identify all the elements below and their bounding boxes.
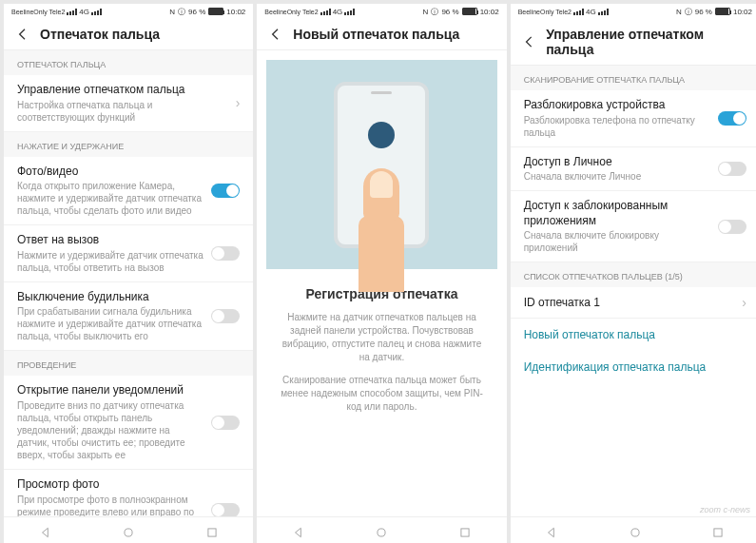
back-icon[interactable] (268, 27, 283, 42)
signal-icon (344, 8, 355, 15)
signal-icon (598, 8, 609, 15)
row-answer-call[interactable]: Ответ на вызовНажмите и удерживайте датч… (4, 225, 253, 282)
clock: 10:02 (733, 8, 752, 16)
row-subtitle: При просмотре фото в полноэкранном режим… (17, 494, 204, 516)
row-title: Разблокировка устройства (524, 98, 710, 113)
back-icon[interactable] (15, 27, 30, 42)
svg-point-2 (378, 528, 385, 535)
page-title: Управление отпечатком пальца (546, 27, 748, 57)
battery-pct: 96 % (188, 8, 205, 16)
toggle-photo-video[interactable] (211, 184, 240, 198)
row-title: Фото/видео (17, 165, 204, 180)
row-alarm-off[interactable]: Выключение будильникаПри срабатывании си… (4, 282, 253, 352)
signal-icon (573, 8, 584, 15)
row-app-lock-access[interactable]: Доступ к заблокированным приложениямСнач… (511, 191, 756, 262)
nav-bar (257, 516, 506, 543)
row-subtitle: При срабатывании сигнала будильника нажм… (17, 305, 204, 342)
nav-back-icon[interactable] (292, 526, 305, 539)
row-title: ID отпечатка 1 (524, 296, 735, 311)
status-bar: BeelineOnly Tele24G Nⓘ96 %10:02 (4, 4, 253, 19)
section-header: ПРОВЕДЕНИЕ (4, 351, 253, 376)
svg-rect-3 (461, 528, 469, 535)
row-title: Доступ к заблокированным приложениям (524, 199, 710, 228)
link-identify-fingerprint[interactable]: Идентификация отпечатка пальца (511, 351, 756, 383)
content: Регистрация отпечатка Нажмите на датчик … (257, 50, 506, 516)
row-safe-access[interactable]: Доступ в ЛичноеСначала включите Личное (511, 147, 756, 192)
header: Новый отпечаток пальца (257, 19, 506, 50)
toggle-answer-call[interactable] (211, 246, 240, 261)
page-title: Новый отпечаток пальца (293, 27, 459, 42)
back-icon[interactable] (522, 34, 536, 49)
row-title: Доступ в Личное (524, 155, 710, 170)
svg-point-0 (125, 528, 132, 535)
toggle-browse-photos[interactable] (211, 503, 240, 516)
battery-icon (462, 8, 477, 15)
nav-home-icon[interactable] (122, 526, 135, 539)
section-header: ОТПЕЧАТОК ПАЛЬЦА (4, 50, 253, 75)
battery-pct: 96 % (695, 8, 712, 16)
row-manage-fingerprint[interactable]: Управление отпечатком пальцаНастройка от… (4, 75, 253, 132)
toggle-alarm-off[interactable] (211, 309, 240, 323)
svg-rect-1 (208, 528, 216, 535)
header: Управление отпечатком пальца (511, 19, 756, 66)
nav-back-icon[interactable] (545, 526, 558, 539)
signal-icon (67, 8, 77, 15)
row-unlock-device[interactable]: Разблокировка устройстваРазблокировка те… (511, 90, 756, 147)
carrier-label: BeelineOnly Tele2 (11, 9, 65, 15)
nfc-icon: N (423, 8, 429, 16)
carrier-label: BeelineOnly Tele2 (264, 9, 318, 15)
battery-icon (715, 8, 730, 15)
toggle-unlock-device[interactable] (718, 111, 746, 126)
row-browse-photos[interactable]: Просмотр фотоПри просмотре фото в полноэ… (4, 470, 253, 516)
signal-icon (320, 8, 331, 15)
toggle-safe-access[interactable] (718, 162, 746, 176)
row-subtitle: Сначала включите блокировку приложений (524, 229, 710, 254)
nfc-icon: N (676, 8, 682, 16)
status-bar: BeelineOnly Tele24G Nⓘ96 %10:02 (511, 4, 756, 19)
row-subtitle: Когда открыто приложение Камера, нажмите… (17, 180, 204, 217)
registration-text-2: Сканирование отпечатка пальца может быть… (257, 374, 506, 423)
row-title: Выключение будильника (17, 290, 204, 305)
svg-rect-5 (714, 528, 722, 535)
row-subtitle: Разблокировка телефона по отпечатку паль… (524, 114, 710, 139)
sensor-icon (368, 122, 395, 148)
section-header: СПИСОК ОТПЕЧАТКОВ ПАЛЬЦЕВ (1/5) (511, 262, 756, 287)
nav-home-icon[interactable] (629, 526, 642, 539)
screen-fingerprint-settings: BeelineOnly Tele24G Nⓘ96 %10:02 Отпечато… (4, 4, 253, 543)
nfc-icon: N (169, 8, 175, 16)
content: ОТПЕЧАТОК ПАЛЬЦА Управление отпечатком п… (4, 50, 253, 516)
battery-icon (208, 8, 223, 15)
content: СКАНИРОВАНИЕ ОТПЕЧАТКА ПАЛЬЦА Разблокиро… (511, 66, 756, 516)
row-title: Открытие панели уведомлений (17, 383, 204, 398)
row-title: Просмотр фото (17, 477, 204, 493)
row-notification-panel[interactable]: Открытие панели уведомленийПроведите вни… (4, 376, 253, 470)
nav-recent-icon[interactable] (458, 526, 472, 539)
screen-fingerprint-manage: BeelineOnly Tele24G Nⓘ96 %10:02 Управлен… (511, 4, 756, 543)
row-subtitle: Сначала включите Личное (524, 170, 710, 183)
carrier-label: BeelineOnly Tele2 (518, 9, 572, 15)
screen-new-fingerprint: BeelineOnly Tele24G Nⓘ96 %10:02 Новый от… (257, 4, 506, 543)
clock: 10:02 (226, 8, 245, 16)
nav-recent-icon[interactable] (205, 526, 219, 539)
row-title: Управление отпечатком пальца (17, 83, 228, 98)
row-photo-video[interactable]: Фото/видеоКогда открыто приложение Камер… (4, 157, 253, 226)
toggle-notification-panel[interactable] (211, 416, 240, 430)
row-fingerprint-id-1[interactable]: ID отпечатка 1 › (511, 287, 756, 319)
chevron-right-icon: › (236, 95, 241, 110)
link-new-fingerprint[interactable]: Новый отпечаток пальца (511, 319, 756, 351)
row-subtitle: Проведите вниз по датчику отпечатка паль… (17, 399, 204, 461)
row-subtitle: Нажмите и удерживайте датчик отпечатка п… (17, 249, 204, 274)
fingerprint-illustration (266, 60, 496, 269)
nav-back-icon[interactable] (39, 526, 52, 539)
status-bar: BeelineOnly Tele24G Nⓘ96 %10:02 (257, 4, 506, 19)
battery-pct: 96 % (441, 8, 458, 16)
svg-point-4 (631, 528, 639, 535)
nav-bar (4, 516, 253, 543)
header: Отпечаток пальца (4, 19, 253, 50)
row-subtitle: Настройка отпечатка пальца и соответству… (17, 99, 228, 124)
nav-home-icon[interactable] (375, 526, 388, 539)
nav-recent-icon[interactable] (711, 526, 725, 539)
registration-text-1: Нажмите на датчик отпечатков пальцев на … (257, 311, 506, 374)
toggle-app-lock-access[interactable] (718, 220, 746, 234)
nav-bar (511, 516, 756, 543)
